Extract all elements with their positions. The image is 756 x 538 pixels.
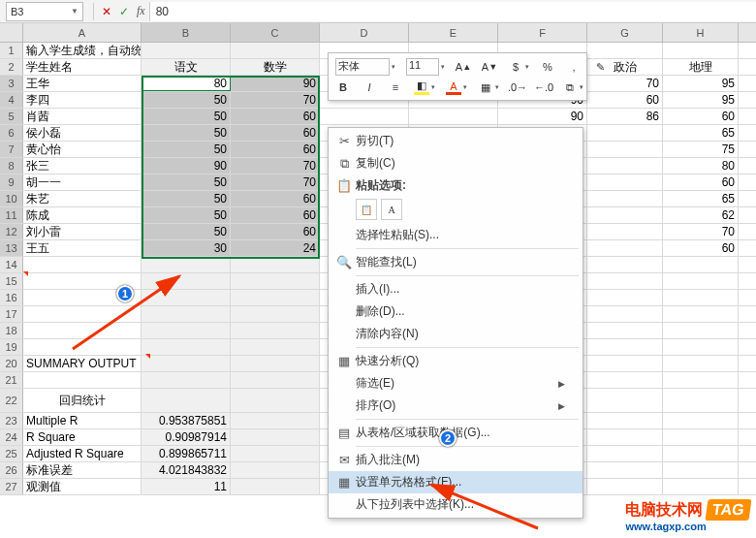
cell[interactable] <box>142 273 231 289</box>
cell[interactable] <box>587 257 663 272</box>
col-header[interactable]: H <box>663 23 739 42</box>
cell[interactable] <box>23 257 142 272</box>
cell[interactable]: 70 <box>231 92 320 108</box>
col-header[interactable]: E <box>409 23 498 42</box>
fx-icon[interactable]: fx <box>137 4 145 18</box>
cell[interactable]: 语文 <box>142 59 231 75</box>
cell[interactable]: 60 <box>663 240 739 256</box>
cell[interactable] <box>663 372 739 388</box>
cell[interactable]: Adjusted R Square <box>23 446 142 461</box>
cell[interactable] <box>23 323 142 338</box>
row-header[interactable]: 23 <box>0 413 23 428</box>
cell[interactable]: 数学 <box>231 59 320 75</box>
cell[interactable]: 50 <box>142 125 231 141</box>
cell[interactable] <box>142 290 231 305</box>
cell[interactable]: 60 <box>663 174 739 190</box>
row-header[interactable]: 5 <box>0 109 23 124</box>
border-icon[interactable]: ▦▾ <box>474 78 503 97</box>
menu-cut[interactable]: ✂剪切(T) <box>329 130 583 152</box>
accounting-format-icon[interactable]: $▾ <box>504 57 533 77</box>
cell[interactable]: 观测值 <box>23 479 142 494</box>
cell[interactable]: 60 <box>587 92 663 108</box>
row-header[interactable]: 21 <box>0 372 23 388</box>
cell[interactable]: 50 <box>142 92 231 108</box>
cancel-icon[interactable]: ✕ <box>98 5 115 18</box>
cell[interactable] <box>663 323 739 338</box>
font-select[interactable]: 宋体▾ <box>331 56 399 78</box>
menu-insert-comment[interactable]: ✉插入批注(M) <box>329 449 583 471</box>
cell[interactable]: 王华 <box>23 76 142 91</box>
cell[interactable]: 侯小磊 <box>23 125 142 141</box>
cell[interactable] <box>587 306 663 322</box>
cell[interactable]: 学生姓名 <box>23 59 142 75</box>
row-header[interactable]: 7 <box>0 142 23 157</box>
cell[interactable]: SUMMARY OUTPUT <box>23 356 142 371</box>
menu-insert[interactable]: 插入(I)... <box>329 278 583 301</box>
cell[interactable]: 输入学生成绩，自动统计学科的平均分等数据。 <box>23 43 142 58</box>
cell[interactable] <box>587 323 663 338</box>
cell[interactable] <box>231 306 320 322</box>
cell[interactable] <box>231 446 320 461</box>
menu-clear[interactable]: 清除内容(N) <box>329 323 583 345</box>
fill-color-icon[interactable]: ◧▾ <box>410 78 439 97</box>
cell[interactable] <box>587 158 663 174</box>
cell[interactable] <box>663 257 739 272</box>
cell[interactable] <box>142 43 231 58</box>
cell[interactable]: Multiple R <box>23 413 142 428</box>
cell[interactable] <box>231 323 320 338</box>
cell[interactable] <box>23 339 142 355</box>
col-header[interactable]: A <box>23 23 142 42</box>
cell[interactable]: 95 <box>663 76 739 91</box>
cell[interactable] <box>587 339 663 355</box>
col-header[interactable]: B <box>142 23 231 42</box>
increase-decimal-icon[interactable]: .0→ <box>506 78 529 97</box>
cell[interactable]: 0.953875851 <box>142 413 231 428</box>
cell[interactable]: 肖茜 <box>23 109 142 124</box>
cell[interactable] <box>142 306 231 322</box>
cell[interactable] <box>587 389 663 412</box>
cell[interactable]: 50 <box>142 109 231 124</box>
cell[interactable]: 王五 <box>23 240 142 256</box>
cell[interactable]: 70 <box>587 76 663 91</box>
cell[interactable] <box>587 207 663 223</box>
cell[interactable] <box>587 413 663 428</box>
menu-paste-special[interactable]: 选择性粘贴(S)... <box>329 224 583 246</box>
cell[interactable]: 70 <box>663 224 739 239</box>
formula-input[interactable]: 80 <box>149 2 756 21</box>
cell[interactable] <box>663 356 739 371</box>
cell[interactable] <box>587 462 663 478</box>
cell[interactable] <box>142 389 231 412</box>
cell[interactable] <box>231 389 320 412</box>
cell[interactable] <box>23 372 142 388</box>
cell[interactable] <box>231 43 320 58</box>
cell[interactable] <box>142 257 231 272</box>
cell[interactable] <box>587 356 663 371</box>
col-header[interactable]: D <box>320 23 409 42</box>
menu-smart-lookup[interactable]: 🔍智能查找(L) <box>329 251 583 273</box>
cell[interactable] <box>663 446 739 461</box>
italic-icon[interactable]: I <box>358 78 381 97</box>
row-header[interactable]: 2 <box>0 59 23 75</box>
font-size-select[interactable]: 11▾ <box>402 56 449 78</box>
cell[interactable]: 75 <box>663 142 739 157</box>
cell[interactable] <box>663 290 739 305</box>
increase-font-icon[interactable]: A▲ <box>452 57 475 77</box>
cell[interactable]: 90 <box>231 76 320 91</box>
col-header[interactable]: C <box>231 23 320 42</box>
cell[interactable] <box>587 429 663 445</box>
cell[interactable]: 80 <box>142 76 231 91</box>
row-header[interactable]: 13 <box>0 240 23 256</box>
cell[interactable] <box>142 339 231 355</box>
cell[interactable]: 50 <box>142 142 231 157</box>
cell[interactable]: R Square <box>23 429 142 445</box>
cell[interactable]: 0.90987914 <box>142 429 231 445</box>
cell[interactable] <box>231 290 320 305</box>
cell[interactable]: 4.021843832 <box>142 462 231 478</box>
cell[interactable] <box>587 446 663 461</box>
cell[interactable]: 80 <box>663 158 739 174</box>
decrease-decimal-icon[interactable]: ←.0 <box>532 78 555 97</box>
row-header[interactable]: 16 <box>0 290 23 305</box>
cell[interactable]: 50 <box>142 174 231 190</box>
cell[interactable] <box>663 462 739 478</box>
cell[interactable]: 回归统计 <box>23 389 142 412</box>
